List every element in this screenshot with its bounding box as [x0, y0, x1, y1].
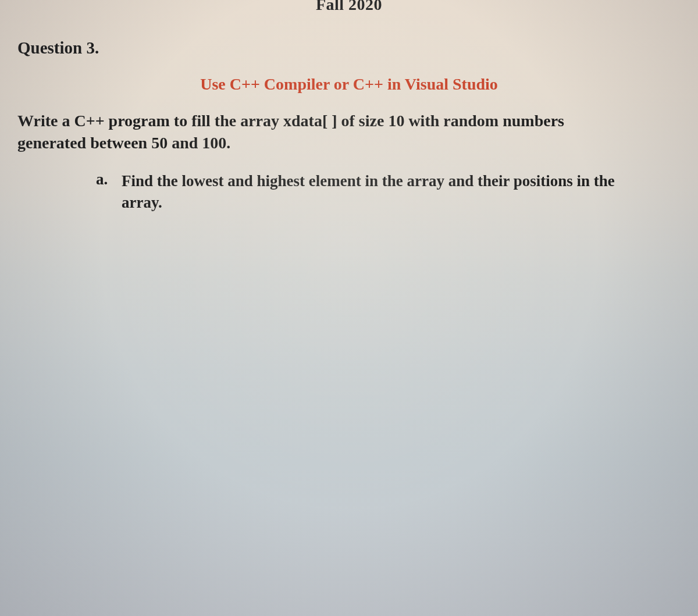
question-title: Question 3. [17, 38, 681, 58]
subpart-text: Find the lowest and highest element in t… [122, 170, 649, 215]
subpart-label: a. [96, 170, 119, 188]
page-header-partial: Fall 2020 [17, 0, 681, 14]
subpart-a: a. Find the lowest and highest element i… [96, 170, 649, 215]
compiler-instruction: Use C++ Compiler or C++ in Visual Studio [76, 75, 622, 94]
program-instruction: Write a C++ program to fill the array xd… [17, 110, 628, 154]
